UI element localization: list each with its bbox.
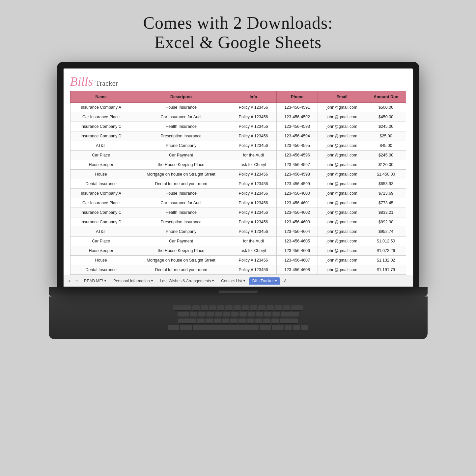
tab-contact-list[interactable]: Contact List ▾	[218, 277, 248, 285]
table-cell: Dental for me and your mom	[132, 179, 230, 189]
table-row: Insurance Company AHouse InsurancePolicy…	[70, 103, 406, 112]
add-sheet-button[interactable]: +	[66, 278, 73, 284]
key	[280, 319, 298, 324]
table-cell: john@gmail.com	[318, 112, 366, 122]
table-cell: Dental Insurance	[70, 179, 132, 189]
logo-tracker: Tracker	[96, 79, 118, 87]
header-line2: Excel & Google Sheets	[143, 33, 333, 52]
key	[264, 312, 271, 317]
key	[214, 319, 221, 324]
table-row: Insurance Company CHealth InsurancePolic…	[70, 208, 406, 217]
table-cell: Dental Insurance	[70, 265, 132, 275]
key	[272, 312, 280, 317]
table-cell: $45.00	[366, 141, 406, 151]
table-cell: john@gmail.com	[318, 151, 366, 160]
table-row: Housekeeperthe House Keeping Placeask fo…	[70, 246, 406, 256]
table-cell: john@gmail.com	[318, 217, 366, 227]
key	[198, 312, 206, 317]
key	[263, 319, 270, 324]
laptop-frame: BillsTracker NameDescriptonInfoPhoneEmai…	[57, 62, 419, 287]
sheets-menu-icon[interactable]: ≡	[73, 278, 80, 284]
table-cell: $952.74	[366, 227, 406, 237]
table-cell: 123-456-4602	[276, 208, 318, 217]
tab-extra[interactable]: A	[281, 277, 290, 285]
key	[222, 319, 229, 324]
table-cell: Insurance Company C	[70, 208, 132, 217]
table-cell: Policy # 123456	[230, 179, 276, 189]
keyboard-row-3	[178, 319, 298, 324]
key	[250, 305, 257, 311]
table-cell: $1,012.50	[366, 237, 406, 246]
table-row: Dental InsuranceDental for me and your m…	[70, 265, 406, 275]
key	[190, 312, 197, 317]
table-cell: Insurance Company C	[70, 122, 132, 131]
table-cell: Policy # 123456	[230, 217, 276, 227]
tab-bills-tracker[interactable]: Bills Tracker ▾	[249, 277, 280, 285]
table-header-row: NameDescriptonInfoPhoneEmailAmount Due	[70, 91, 406, 103]
keyboard-row-2	[178, 312, 299, 317]
table-cell: 123-456-4591	[276, 103, 318, 112]
table-cell: $653.93	[366, 179, 406, 189]
key	[258, 305, 266, 311]
table-cell: $892.98	[366, 217, 406, 227]
table-cell: Car Insurance for Audi	[132, 198, 230, 208]
table-cell: the House Keeping Place	[132, 246, 230, 256]
col-header-phone: Phone	[276, 91, 318, 103]
key	[223, 312, 230, 317]
table-cell: Insurance Company A	[70, 103, 132, 112]
table-row: Car PlaceCar Paymentfor the Audi123-456-…	[70, 151, 406, 160]
table-cell: john@gmail.com	[318, 227, 366, 237]
table-cell: Policy # 123456	[230, 256, 276, 265]
col-header-info: Info	[230, 91, 276, 103]
table-cell: House	[70, 256, 132, 265]
space-key	[193, 325, 259, 330]
table-cell: $1,191.79	[366, 265, 406, 275]
key	[231, 312, 238, 317]
table-cell: john@gmail.com	[318, 131, 366, 141]
key	[283, 305, 290, 311]
table-row: HouseMortgage on house on Straight Stree…	[70, 170, 406, 179]
key	[242, 305, 249, 311]
table-cell: john@gmail.com	[318, 256, 366, 265]
table-cell: Health Insurance	[132, 122, 230, 131]
table-cell: Policy # 123456	[230, 208, 276, 217]
laptop-hinge	[49, 287, 428, 296]
table-row: Insurance Company DPrescription Insuranc…	[70, 131, 406, 141]
tab-read-me![interactable]: READ ME! ▾	[81, 277, 109, 285]
table-cell: Policy # 123456	[230, 103, 276, 112]
header-section: Comes with 2 Downloads: Excel & Google S…	[143, 13, 333, 52]
table-cell: john@gmail.com	[318, 246, 366, 256]
table-cell: Car Insurance Place	[70, 112, 132, 122]
table-row: Car Insurance PlaceCar Insurance for Aud…	[70, 198, 406, 208]
table-cell: john@gmail.com	[318, 170, 366, 179]
key	[180, 325, 192, 330]
key	[238, 319, 246, 324]
table-cell: 123-456-4608	[276, 265, 318, 275]
table-cell: Prescription Insurance	[132, 131, 230, 141]
table-cell: john@gmail.com	[318, 189, 366, 198]
laptop-camera-notch	[218, 291, 258, 293]
col-header-email: Email	[318, 91, 366, 103]
table-cell: 123-456-4596	[276, 151, 318, 160]
table-cell: the House Keeping Place	[132, 160, 230, 170]
key	[168, 325, 179, 330]
tab-last-wishes-and-arrangements[interactable]: Last Wishes & Arrangements ▾	[157, 277, 217, 285]
table-cell: 123-456-4603	[276, 217, 318, 227]
tab-personal-information[interactable]: Personal Information ▾	[110, 277, 156, 285]
table-cell: 123-456-4593	[276, 122, 318, 131]
table-cell: john@gmail.com	[318, 179, 366, 189]
header-line1: Comes with 2 Downloads:	[143, 13, 333, 33]
laptop-keyboard	[49, 296, 428, 339]
keyboard-row-1	[173, 305, 303, 311]
key	[206, 319, 213, 324]
table-cell: $1,132.02	[366, 256, 406, 265]
table-cell: 123-456-4598	[276, 170, 318, 179]
table-cell: AT&T	[70, 227, 132, 237]
key	[285, 325, 292, 330]
key	[255, 319, 262, 324]
table-cell: 123-456-4595	[276, 141, 318, 151]
key	[217, 305, 224, 311]
table-cell: Car Place	[70, 237, 132, 246]
key	[256, 312, 263, 317]
table-cell: Housekeeper	[70, 160, 132, 170]
